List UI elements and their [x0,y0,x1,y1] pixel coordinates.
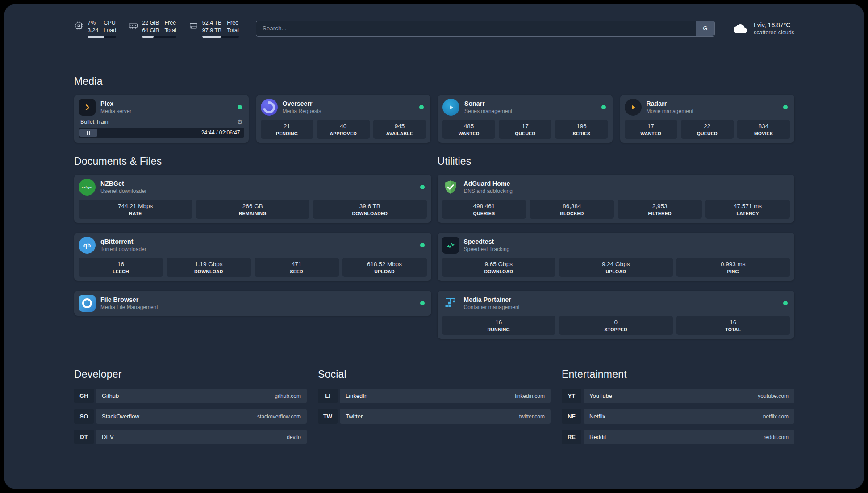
stat-label: LATENCY [706,211,789,216]
status-dot [420,243,425,247]
status-dot [783,105,788,109]
bookmark-youtube[interactable]: YT YouTubeyoutube.com [562,389,794,403]
cpu-icon [74,21,83,30]
stat-value: 39.6 TB [314,203,426,209]
utilities-column: Utilities AdGuard Home DNS and adblockin… [438,155,795,339]
service-card-radarr[interactable]: Radarr Movie management 17WANTED 22QUEUE… [620,95,795,143]
service-header: nzbget NZBGet Usenet downloader [79,179,427,196]
service-card-nzbget[interactable]: nzbget NZBGet Usenet downloader 744.21 M… [74,175,431,223]
service-card-speedtest[interactable]: Speedtest Speedtest Tracking 9.65 GbpsDO… [438,233,795,281]
service-description: Container management [464,304,520,310]
cpu-label-2: Load [104,27,116,34]
stat-tile: 618.52 MbpsUPLOAD [342,258,427,277]
stat-tile: 16TOTAL [676,316,790,335]
stat-value: 196 [556,123,607,130]
service-description: Media File Management [100,304,158,310]
stat-value: 86,384 [530,203,613,209]
playback-progress-bar[interactable]: 24:44 / 02:06:47 [79,128,244,138]
service-card-qbittorrent[interactable]: qb qBittorrent Torrent downloader 16LEEC… [74,233,431,281]
stat-value: 40 [318,123,369,130]
service-description: Media server [100,108,131,114]
memory-icon [129,21,138,30]
disk-icon [189,21,198,30]
bookmark-dev[interactable]: DT DEVdev.to [74,430,307,444]
stat-tile: 945AVAILABLE [373,120,426,139]
stat-value: 21 [262,123,313,130]
service-name: Sonarr [464,100,512,107]
adguard-icon [442,179,459,196]
weather-condition: scattered clouds [754,29,794,36]
stat-label: AVAILABLE [374,131,425,136]
status-dot [783,301,788,305]
memory-label-2: Total [164,27,176,34]
stat-value: 9.24 Gbps [560,261,672,267]
service-name: Plex [100,100,131,107]
service-header: Media Portainer Container management [442,295,790,312]
service-card-sonarr[interactable]: Sonarr Series management 485WANTED 17QUE… [438,95,613,143]
stat-label: BLOCKED [530,211,613,216]
stat-label: FILTERED [618,211,701,216]
bookmark-stackoverflow[interactable]: SO StackOverflowstackoverflow.com [74,409,307,424]
pause-button[interactable] [79,129,97,137]
bookmark-twitter[interactable]: TW Twittertwitter.com [318,409,551,424]
status-dot [601,105,606,109]
stat-label: WANTED [626,131,676,136]
stat-label: SERIES [556,131,607,136]
topbar: 7% 3.24 CPU Load [74,19,794,38]
service-name: AdGuard Home [464,180,513,187]
bookmark-name: YouTube [589,393,612,399]
stat-tile: 9.24 GbpsUPLOAD [559,258,673,277]
status-dot [419,105,424,109]
service-name: Media Portainer [464,296,520,303]
service-header: Radarr Movie management [625,99,790,116]
stat-tile: 17WANTED [625,120,677,139]
service-description: Movie management [647,108,693,114]
disk-label-1: Free [227,19,238,27]
search-input[interactable] [256,21,715,37]
bookmark-name: Twitter [346,413,363,420]
service-header: qb qBittorrent Torrent downloader [79,237,427,254]
search-provider-button[interactable]: G [696,21,714,36]
stat-value: 485 [443,123,494,130]
bookmark-reddit[interactable]: RE Redditreddit.com [562,430,794,444]
bookmark-abbr: GH [74,389,94,403]
stat-tile: 86,384BLOCKED [530,200,614,219]
qbittorrent-icon-label: qb [83,242,91,249]
cpu-usage: 7% [88,19,98,27]
service-description: Usenet downloader [100,188,146,194]
cpu-progress-track [88,36,116,38]
stat-value: 16 [677,319,789,326]
service-card-portainer[interactable]: Media Portainer Container management 16R… [438,291,795,339]
plex-now-playing: Bullet Train ⚙ 24:44 / 02:06:47 [79,119,244,138]
service-card-plex[interactable]: Plex Media server Bullet Train ⚙ 24:44 /… [74,95,249,143]
section-title-social: Social [318,368,551,380]
service-card-adguard[interactable]: AdGuard Home DNS and adblocking 498,461Q… [438,175,795,223]
stat-label: QUERIES [443,211,526,216]
stat-label: RUNNING [443,327,555,332]
stat-label: RATE [79,211,192,216]
bookmark-netflix[interactable]: NF Netflixnetflix.com [562,409,794,424]
service-description: DNS and adblocking [464,188,513,194]
stat-value: 0.993 ms [677,261,789,267]
cloud-icon [732,22,749,35]
bookmark-github[interactable]: GH Githubgithub.com [74,389,307,403]
service-name: Overseerr [283,100,321,107]
memory-label-1: Free [164,19,176,27]
documents-column: Documents & Files nzbget NZBGet Usenet d… [74,155,431,339]
service-card-overseerr[interactable]: Overseerr Media Requests 21PENDING 40APP… [256,95,431,143]
stat-label: UPLOAD [560,269,672,274]
stat-label: APPROVED [318,131,369,136]
nzbget-icon: nzbget [79,179,96,196]
service-stats: 16RUNNING 0STOPPED 16TOTAL [442,316,790,335]
stat-value: 266 GB [197,203,309,209]
service-card-filebrowser[interactable]: File Browser Media File Management [74,291,431,316]
service-header: AdGuard Home DNS and adblocking [442,179,790,196]
bookmark-linkedin[interactable]: LI LinkedInlinkedin.com [318,389,551,403]
stat-label: SEED [255,269,338,274]
stat-tile: 266 GBREMAINING [196,200,310,219]
stat-value: 744.21 Mbps [79,203,192,209]
disk-label-2: Total [227,27,238,34]
service-name: Radarr [647,100,693,107]
service-name: File Browser [100,296,158,303]
settings-gear-icon[interactable]: ⚙ [237,119,243,125]
